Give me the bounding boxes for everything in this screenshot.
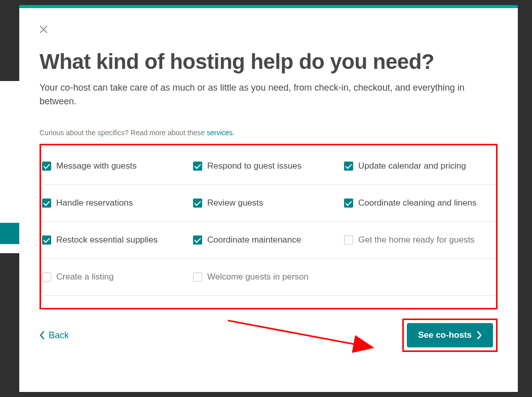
option-empty	[344, 272, 495, 282]
option-get-the-home-ready-for-guests: Get the home ready for guests	[344, 235, 495, 245]
primary-button-label: See co-hosts	[418, 330, 472, 340]
checkbox[interactable]	[42, 162, 51, 171]
checkbox[interactable]	[42, 272, 51, 282]
options-row: Message with guests Respond to guest iss…	[42, 147, 495, 185]
option-restock-essential-supplies: Restock essential supplies	[42, 235, 193, 245]
checkbox[interactable]	[193, 235, 202, 245]
option-coordinate-maintenance: Coordinate maintenance	[193, 235, 344, 245]
option-label: Welcome guests in person	[207, 272, 309, 282]
modal-footer: Back See co-hosts	[40, 319, 498, 352]
tip-suffix: .	[233, 129, 235, 137]
option-review-guests: Review guests	[193, 198, 344, 208]
back-button[interactable]: Back	[40, 330, 69, 341]
option-label: Respond to guest issues	[207, 161, 301, 171]
option-label: Handle reservations	[56, 198, 133, 208]
options-highlight-box: Message with guests Respond to guest iss…	[40, 144, 498, 309]
option-label: Coordinate cleaning and linens	[358, 198, 476, 208]
primary-button-highlight-box: See co-hosts	[402, 319, 498, 352]
option-handle-reservations: Handle reservations	[42, 198, 193, 208]
options-grid: Message with guests Respond to guest iss…	[42, 147, 495, 296]
option-respond-to-guest-issues: Respond to guest issues	[193, 161, 344, 171]
checkbox[interactable]	[193, 162, 202, 171]
options-row: Handle reservations Review guests Coordi…	[42, 185, 495, 222]
option-update-calendar-and-pricing: Update calendar and pricing	[344, 161, 495, 171]
options-row: Restock essential supplies Coordinate ma…	[42, 222, 495, 259]
modal-title: What kind of hosting help do you need?	[40, 50, 498, 74]
option-create-a-listing: Create a listing	[42, 272, 193, 282]
see-co-hosts-button[interactable]: See co-hosts	[407, 323, 493, 347]
checkbox[interactable]	[193, 272, 202, 282]
tip-prefix: Curious about the specifics? Read more a…	[40, 129, 207, 137]
tip-text: Curious about the specifics? Read more a…	[40, 129, 498, 137]
checkbox[interactable]	[344, 162, 353, 171]
options-row: Create a listing Welcome guests in perso…	[42, 259, 495, 296]
checkbox[interactable]	[42, 235, 51, 245]
option-label: Restock essential supplies	[56, 235, 158, 245]
option-label: Get the home ready for guests	[358, 235, 475, 245]
chevron-right-icon	[477, 331, 482, 339]
checkbox[interactable]	[344, 235, 353, 245]
option-label: Coordinate maintenance	[207, 235, 301, 245]
close-icon[interactable]	[40, 25, 48, 33]
option-label: Create a listing	[56, 272, 113, 282]
modal-subtitle: Your co-host can take care of as much or…	[40, 81, 498, 108]
chevron-left-icon	[40, 331, 45, 339]
option-label: Message with guests	[56, 161, 137, 171]
option-label: Update calendar and pricing	[358, 161, 466, 171]
checkbox[interactable]	[344, 198, 353, 208]
back-label: Back	[49, 330, 69, 341]
option-coordinate-cleaning-and-linens: Coordinate cleaning and linens	[344, 198, 495, 208]
checkbox[interactable]	[193, 198, 202, 208]
services-link[interactable]: services	[207, 129, 233, 137]
option-message-with-guests: Message with guests	[42, 161, 193, 171]
hosting-help-modal: What kind of hosting help do you need? Y…	[19, 5, 518, 392]
checkbox[interactable]	[42, 198, 51, 208]
option-label: Review guests	[207, 198, 263, 208]
background-accent-bar	[0, 223, 20, 244]
option-welcome-guests-in-person: Welcome guests in person	[193, 272, 344, 282]
